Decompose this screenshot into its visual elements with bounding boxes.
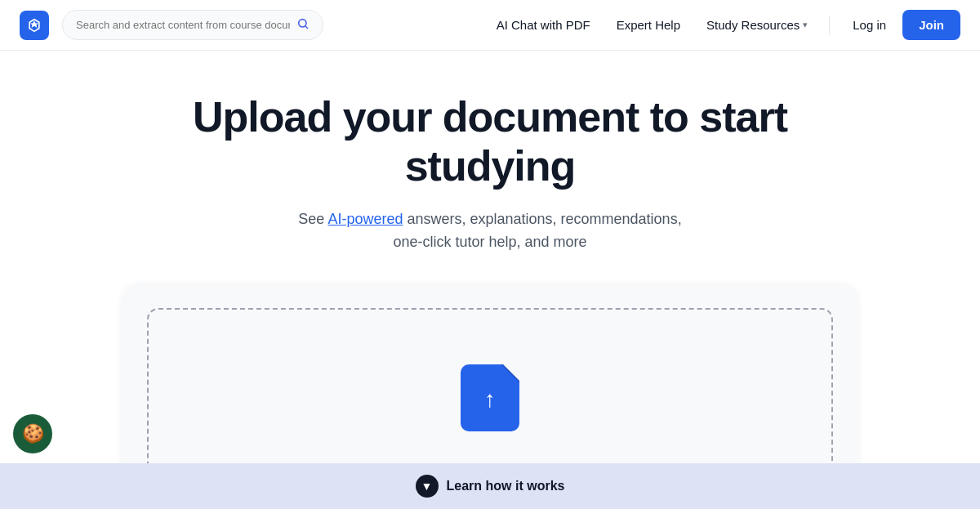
nav-ai-chat[interactable]: AI Chat with PDF bbox=[485, 11, 602, 38]
ai-powered-link[interactable]: AI-powered bbox=[327, 211, 403, 227]
learn-how-icon: ▼ bbox=[416, 475, 439, 498]
search-input[interactable] bbox=[76, 19, 290, 31]
join-button[interactable]: Join bbox=[902, 10, 960, 40]
nav-expert-help[interactable]: Expert Help bbox=[605, 11, 692, 38]
nav-divider bbox=[829, 16, 830, 35]
nav-study-resources[interactable]: Study Resources ▾ bbox=[695, 11, 819, 38]
file-fold bbox=[503, 364, 519, 381]
learn-how-bar[interactable]: ▼ Learn how it works bbox=[0, 463, 980, 509]
page-subtitle: See AI-powered answers, explanations, re… bbox=[298, 208, 681, 255]
upload-dropzone[interactable]: ↑ bbox=[147, 308, 833, 488]
logo[interactable] bbox=[20, 11, 49, 40]
upload-icon-wrap: ↑ bbox=[461, 364, 519, 431]
login-button[interactable]: Log in bbox=[840, 11, 899, 38]
learn-how-label: Learn how it works bbox=[447, 479, 565, 493]
svg-line-2 bbox=[305, 26, 308, 29]
chevron-down-icon: ▾ bbox=[803, 20, 808, 30]
file-upload-icon: ↑ bbox=[461, 364, 519, 431]
main-content: Upload your document to start studying S… bbox=[0, 51, 980, 509]
page-headline: Upload your document to start studying bbox=[122, 93, 858, 191]
search-icon bbox=[296, 17, 310, 33]
logo-icon bbox=[26, 17, 42, 33]
navbar: AI Chat with PDF Expert Help Study Resou… bbox=[0, 0, 980, 51]
cookie-button[interactable]: 🍪 bbox=[13, 414, 52, 453]
search-bar[interactable] bbox=[62, 10, 323, 40]
nav-links: AI Chat with PDF Expert Help Study Resou… bbox=[485, 10, 960, 40]
upload-arrow-icon: ↑ bbox=[484, 386, 496, 413]
svg-point-1 bbox=[299, 20, 306, 27]
cookie-icon: 🍪 bbox=[22, 423, 44, 444]
